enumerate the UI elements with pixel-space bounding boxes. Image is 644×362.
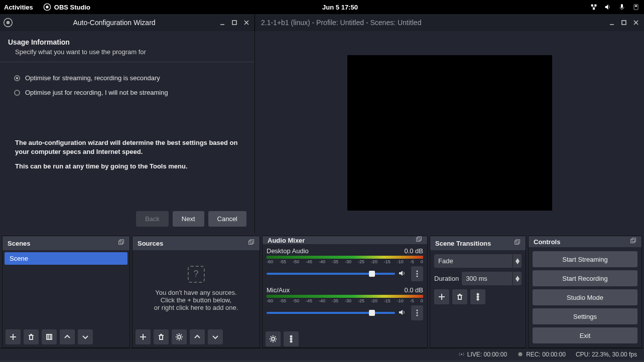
wizard-maximize-button[interactable]: [229, 18, 239, 28]
svg-point-9: [7, 21, 10, 25]
network-icon[interactable]: [590, 3, 598, 11]
mixer-channel-desktop: Desktop Audio 0.0 dB -60-55-50-45-40-35-…: [267, 247, 423, 281]
db-ticks: -60-55-50-45-40-35-30-25-20-15-10-50: [267, 298, 423, 303]
auto-config-wizard: Usage Information Specify what you want …: [0, 31, 255, 234]
svg-point-29: [291, 341, 292, 342]
wizard-close-button[interactable]: [241, 18, 251, 28]
duration-label: Duration: [434, 275, 459, 282]
remove-source-button[interactable]: [154, 329, 169, 344]
remove-scene-button[interactable]: [24, 329, 39, 344]
wizard-heading: Usage Information: [8, 38, 246, 46]
svg-point-38: [519, 352, 523, 356]
svg-point-25: [417, 315, 418, 316]
radio-optimise-streaming[interactable]: Optimise for streaming, recording is sec…: [14, 74, 240, 82]
svg-point-17: [178, 335, 181, 338]
svg-rect-6: [634, 5, 638, 10]
svg-rect-10: [232, 21, 236, 25]
mute-button[interactable]: [398, 269, 406, 279]
mute-button[interactable]: [398, 308, 406, 318]
question-placeholder-icon: ?: [188, 266, 205, 283]
mic-icon[interactable]: [618, 3, 626, 11]
radio-dot-icon: [14, 90, 20, 96]
main-maximize-button[interactable]: [619, 18, 629, 28]
obs-icon: [43, 3, 51, 11]
sources-empty-state[interactable]: ? You don't have any sources. Click the …: [135, 252, 257, 324]
radio-optimise-recording[interactable]: Optimise just for recording, I will not …: [14, 89, 240, 96]
studio-mode-button[interactable]: Studio Mode: [533, 289, 637, 305]
svg-point-37: [461, 353, 462, 355]
settings-button[interactable]: Settings: [533, 308, 637, 324]
gnome-top-bar: Activities OBS Studio Jun 5 17:50: [0, 0, 644, 14]
svg-rect-30: [515, 241, 519, 244]
svg-rect-19: [418, 237, 421, 240]
remove-transition-button[interactable]: [452, 289, 467, 304]
mixer-menu-button[interactable]: [284, 331, 299, 346]
power-icon[interactable]: [632, 3, 640, 11]
main-window-title: 2.1-1+b1 (linux) - Profile: Untitled - S…: [258, 19, 605, 27]
wizard-minimize-button[interactable]: [217, 18, 227, 28]
obs-logo-icon: [3, 18, 13, 28]
svg-rect-4: [593, 8, 595, 10]
add-scene-button[interactable]: [6, 329, 21, 344]
source-up-button[interactable]: [190, 329, 205, 344]
transition-menu-button[interactable]: [470, 289, 485, 304]
channel-menu-button[interactable]: [411, 266, 423, 281]
source-down-button[interactable]: [208, 329, 223, 344]
scene-item[interactable]: Scene: [5, 252, 127, 265]
svg-point-24: [417, 312, 418, 314]
wizard-info-text-1: The auto-configuration wizard will deter…: [15, 138, 239, 156]
main-titlebar: 2.1-1+b1 (linux) - Profile: Untitled - S…: [255, 14, 644, 31]
wizard-info-text-2: This can be run at any time by going to …: [15, 162, 239, 171]
scene-filters-button[interactable]: [42, 329, 57, 344]
advanced-audio-button[interactable]: [266, 331, 281, 346]
scene-down-button[interactable]: [78, 329, 93, 344]
popout-icon[interactable]: [630, 238, 636, 246]
clock[interactable]: Jun 5 17:50: [90, 4, 590, 11]
source-properties-button[interactable]: [172, 329, 187, 344]
popout-icon[interactable]: [248, 239, 254, 247]
volume-slider[interactable]: [267, 273, 395, 275]
volume-slider[interactable]: [267, 312, 395, 314]
svg-point-34: [477, 299, 479, 300]
add-source-button[interactable]: [136, 329, 151, 344]
sources-title: Sources: [138, 240, 163, 247]
channel-name: Desktop Audio: [267, 247, 309, 255]
main-close-button[interactable]: [631, 18, 641, 28]
chevron-updown-icon: [512, 254, 522, 268]
duration-input[interactable]: 300 ms: [462, 272, 522, 285]
exit-button[interactable]: Exit: [533, 327, 637, 343]
volume-icon[interactable]: [604, 3, 612, 11]
start-streaming-button[interactable]: Start Streaming: [533, 251, 637, 267]
wizard-titlebar: Auto-Configuration Wizard: [0, 14, 255, 31]
main-minimize-button[interactable]: [607, 18, 617, 28]
popout-icon[interactable]: [118, 239, 124, 247]
svg-point-23: [417, 310, 418, 311]
transition-select[interactable]: Fade: [434, 254, 522, 268]
preview-area[interactable]: [255, 31, 644, 234]
svg-rect-15: [249, 241, 252, 244]
next-button[interactable]: Next: [173, 211, 204, 227]
app-menu[interactable]: OBS Studio: [43, 3, 90, 11]
svg-rect-11: [622, 21, 626, 25]
svg-point-22: [417, 276, 418, 277]
svg-rect-12: [119, 241, 122, 244]
mixer-title: Audio Mixer: [268, 237, 305, 244]
popout-icon[interactable]: [514, 239, 521, 247]
status-bar: LIVE: 00:00:00 REC: 00:00:00 CPU: 22.3%,…: [0, 348, 644, 360]
add-transition-button[interactable]: [434, 289, 449, 304]
svg-point-28: [291, 338, 292, 340]
svg-rect-35: [631, 239, 634, 243]
cancel-button[interactable]: Cancel: [208, 211, 246, 227]
svg-point-20: [417, 271, 418, 272]
scene-up-button[interactable]: [60, 329, 75, 344]
popout-icon[interactable]: [416, 236, 422, 244]
start-recording-button[interactable]: Start Recording: [533, 270, 637, 286]
activities-button[interactable]: Activities: [4, 4, 33, 11]
svg-rect-18: [417, 238, 420, 241]
level-meter: [267, 256, 423, 259]
scenes-title: Scenes: [8, 240, 31, 247]
status-cpu: CPU: 22.3%, 30.00 fps: [576, 351, 637, 358]
audio-mixer-panel: Audio Mixer Desktop Audio 0.0 dB -60-55-…: [262, 236, 428, 348]
svg-rect-16: [250, 240, 253, 243]
channel-menu-button[interactable]: [411, 305, 423, 320]
